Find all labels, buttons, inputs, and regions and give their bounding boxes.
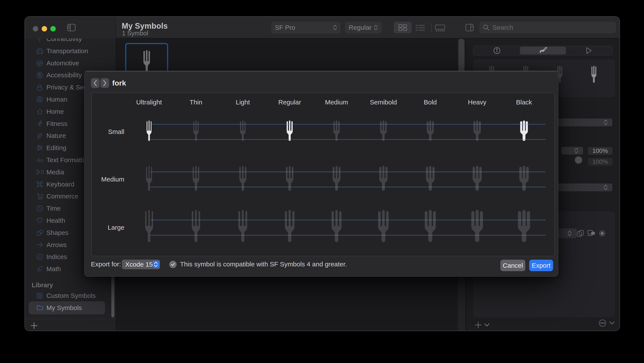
back-button[interactable] xyxy=(91,78,100,88)
tab-appearance[interactable] xyxy=(520,47,566,55)
heart-icon xyxy=(36,217,43,224)
accessibility-icon xyxy=(36,72,43,78)
paintbrush-icon xyxy=(539,47,547,54)
weight-column-header: Semibold xyxy=(370,99,397,106)
more-options-button[interactable] xyxy=(599,319,615,327)
sliders-icon xyxy=(36,145,43,151)
sidebar-item-label: Automotive xyxy=(46,60,79,67)
fork-glyph-small-thin[interactable] xyxy=(193,121,199,141)
list-view-icon[interactable] xyxy=(416,25,425,31)
fork-glyph-small-medium[interactable] xyxy=(333,121,340,141)
weight-column-header: Black xyxy=(516,99,532,106)
sidebar-item-label: My Symbols xyxy=(46,304,82,311)
fork-glyph-large-bold[interactable] xyxy=(425,210,436,242)
weight-column-header: Light xyxy=(236,99,250,106)
export-button[interactable]: Export xyxy=(529,260,553,271)
lock-icon xyxy=(36,84,43,91)
zoom-button[interactable] xyxy=(50,26,56,32)
minimize-button[interactable] xyxy=(42,26,47,32)
search-input[interactable]: Search xyxy=(480,22,616,33)
compatibility-note: This symbol is compatible with SF Symbol… xyxy=(180,260,347,268)
fork-glyph-small-regular[interactable] xyxy=(287,121,293,141)
forward-button[interactable] xyxy=(100,78,109,88)
slider-knob[interactable] xyxy=(575,156,582,164)
baseline-guide xyxy=(150,139,546,140)
baseline-guide xyxy=(150,172,546,172)
sidebar-item-label: Fitness xyxy=(46,120,68,127)
cart-icon xyxy=(36,193,43,200)
steering-wheel-icon xyxy=(36,60,43,67)
sidebar-item-label: Time xyxy=(46,205,61,212)
app-window: ConnectivityTransportationAutomotiveAcce… xyxy=(25,17,620,331)
chevron-down-icon xyxy=(484,323,490,327)
fork-glyph-small-semibold[interactable] xyxy=(380,121,387,141)
info-icon xyxy=(493,47,500,54)
gallery-view-icon[interactable] xyxy=(434,25,446,32)
svg-text:x: x xyxy=(40,268,42,272)
fork-symbol-thumbnail xyxy=(126,50,167,72)
weight-preview-fork[interactable] xyxy=(591,66,596,83)
stepper-icon xyxy=(332,24,338,31)
checkmark-icon xyxy=(169,261,176,268)
baseline-guide xyxy=(150,220,546,220)
scale-row-label: Medium xyxy=(92,176,124,183)
search-icon xyxy=(483,24,490,31)
scale-row-label: Large xyxy=(92,224,124,231)
export-dialog: fork UltralightThinLightRegularMediumSem… xyxy=(84,71,558,276)
fork-glyph-large-black[interactable] xyxy=(518,210,530,242)
fork-glyph-large-regular[interactable] xyxy=(285,210,294,242)
sidebar-item-label: Health xyxy=(46,217,65,224)
copy-icon[interactable] xyxy=(576,229,584,237)
ellipsis-circle-icon xyxy=(599,319,606,327)
close-button[interactable] xyxy=(33,26,38,32)
svg-text:Aa: Aa xyxy=(37,157,43,163)
display-icon[interactable] xyxy=(587,229,596,237)
font-popup[interactable]: SF Pro xyxy=(272,22,340,33)
runner-icon xyxy=(36,121,43,127)
fork-glyph-large-thin[interactable] xyxy=(192,210,200,242)
tab-info[interactable] xyxy=(474,47,520,55)
sidebar-toggle-icon[interactable] xyxy=(67,24,76,32)
person-icon xyxy=(36,96,43,103)
weight-popup[interactable]: Regular xyxy=(345,22,381,33)
chevron-right-icon xyxy=(102,80,107,87)
sidebar-item-automotive[interactable]: Automotive xyxy=(25,57,116,69)
sidebar-item-label: Home xyxy=(46,108,64,115)
search-placeholder: Search xyxy=(492,24,513,31)
grid-view-icon xyxy=(397,24,408,31)
house-icon xyxy=(36,108,43,115)
panel-add-button[interactable] xyxy=(474,321,490,329)
fork-glyph-large-heavy[interactable] xyxy=(471,210,483,242)
sidebar-item-label: Nature xyxy=(46,132,66,139)
sidebar-item-transportation[interactable]: Transportation xyxy=(25,45,116,57)
target-icon[interactable] xyxy=(598,229,606,237)
sidebar-item-my-symbols[interactable]: My Symbols xyxy=(25,302,116,314)
fork-glyph-large-semibold[interactable] xyxy=(378,210,389,242)
connectivity-icon xyxy=(36,39,43,42)
export-target-popup[interactable]: Xcode 15 xyxy=(122,260,160,269)
fork-glyph-large-ultralight[interactable] xyxy=(145,210,153,242)
clock-icon xyxy=(36,205,43,212)
car-icon xyxy=(36,48,43,54)
folder-icon xyxy=(36,305,43,311)
fork-glyph-small-light[interactable] xyxy=(240,121,246,141)
tab-animation[interactable] xyxy=(566,47,612,55)
right-panel-toggle-icon[interactable] xyxy=(466,24,474,32)
play-icon xyxy=(586,47,592,55)
sidebar-item-custom-symbols[interactable]: Custom Symbols xyxy=(25,290,116,302)
zoom-popup[interactable] xyxy=(561,147,583,155)
opacity-value: 100% xyxy=(588,158,612,166)
fork-glyph-small-black[interactable] xyxy=(520,121,528,141)
fork-glyph-large-light[interactable] xyxy=(238,210,247,242)
leaf-icon xyxy=(36,132,43,139)
fork-glyph-small-ultralight[interactable] xyxy=(146,121,152,141)
sidebar-item-connectivity[interactable]: Connectivity xyxy=(25,39,116,45)
add-symbol-button[interactable] xyxy=(30,322,38,329)
grid-squares-icon xyxy=(36,292,43,299)
fork-glyph-small-heavy[interactable] xyxy=(474,121,481,141)
font-popup-value: SF Pro xyxy=(272,24,332,31)
sidebar-item-label: Transportation xyxy=(46,47,88,55)
fork-glyph-small-bold[interactable] xyxy=(427,121,434,141)
fork-glyph-large-medium[interactable] xyxy=(332,210,342,242)
cancel-button[interactable]: Cancel xyxy=(500,260,525,271)
